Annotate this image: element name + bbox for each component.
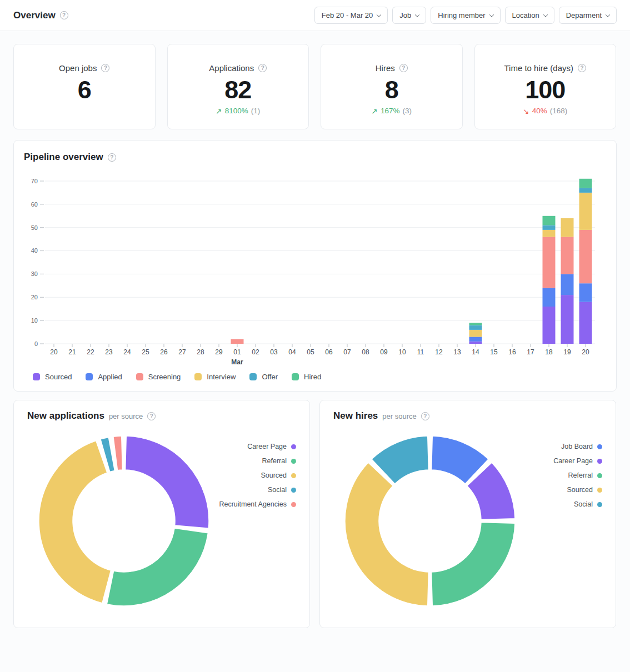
legend-dot-sourced [33,373,40,380]
svg-text:12: 12 [435,348,443,356]
svg-text:0: 0 [34,340,38,347]
filter-hiring-member-label: Hiring member [438,11,485,19]
bar-segment-sourced [579,302,592,344]
svg-text:11: 11 [417,348,424,356]
new-applications-donut-chart [38,435,210,607]
filter-department[interactable]: Deparment [559,7,617,24]
bar-day-20 [579,179,592,344]
legend-label: Career Page [553,457,593,465]
legend-dot-recruitment-agencies [291,502,296,507]
svg-text:25: 25 [142,348,149,356]
filter-date-range[interactable]: Feb 20 - Mar 20 [314,7,388,24]
svg-text:26: 26 [160,348,168,356]
trend-percent: 8100% [225,107,248,115]
svg-text:20: 20 [31,294,38,300]
bar-segment-offer [579,188,592,193]
bar-day-14 [469,323,482,344]
help-icon[interactable]: ? [399,64,408,72]
legend-item-applied: Applied [86,373,122,381]
bar-segment-applied [561,274,574,295]
new-hires-legend: Job BoardCareer PageReferralSourcedSocia… [516,443,602,607]
trend-absolute: (168) [550,107,568,115]
help-icon[interactable]: ? [101,64,109,72]
help-icon[interactable]: ? [258,64,267,72]
bar-segment-sourced [543,307,556,344]
chevron-down-icon [543,12,547,17]
legend-dot-job-board [597,444,602,449]
legend-label: Offer [262,373,278,381]
help-icon[interactable]: ? [421,412,429,420]
svg-text:40: 40 [31,247,38,254]
bar-day-19 [561,218,574,344]
donut-slice-sourced [345,463,428,606]
legend-label: Career Page [247,443,287,450]
svg-text:20: 20 [582,348,589,356]
new-applications-legend: Career PageReferralSourcedSocialRecruitm… [210,443,296,607]
svg-text:27: 27 [178,348,186,356]
trend-percent: 167% [381,107,400,115]
svg-text:13: 13 [453,348,461,356]
svg-text:29: 29 [215,348,223,356]
new-applications-card: New applications per source ? Career Pag… [13,400,310,628]
legend-dot-applied [86,373,93,380]
trend-down-icon: ↘ [523,107,529,116]
stat-label: Time to hire (days) [504,63,573,73]
new-hires-subtitle: per source [382,412,416,420]
new-hires-donut-chart [344,435,516,607]
filter-date-range-label: Feb 20 - Mar 20 [322,11,373,19]
overview-help-icon[interactable]: ? [60,11,68,19]
legend-label: Social [574,500,593,508]
donut-slice-referral [432,523,515,606]
legend-dot-hired [292,373,299,380]
legend-dot-social [597,502,602,507]
svg-text:17: 17 [527,348,534,356]
page-title: Overview [13,10,56,21]
legend-item-referral: Referral [568,472,602,479]
new-applications-subtitle: per source [109,412,143,420]
svg-text:01: 01 [233,348,241,356]
donut-slice-sourced [39,440,111,603]
filter-job[interactable]: Job [392,7,426,24]
stat-value: 8 [385,76,398,104]
legend-label: Applied [98,373,122,381]
legend-dot-screening [136,373,143,380]
bar-segment-interview [543,230,556,237]
legend-label: Interview [207,373,236,381]
bar-segment-interview [469,330,482,337]
bar-segment-hired [579,179,592,188]
legend-item-recruitment-agencies: Recruitment Agencies [219,500,296,508]
donut-chart-svg [38,435,210,607]
bar-segment-sourced [561,295,574,344]
filter-location[interactable]: Location [505,7,554,24]
help-icon[interactable]: ? [578,64,586,72]
svg-text:05: 05 [307,348,314,356]
bar-segment-screening [561,237,574,274]
legend-dot-interview [194,373,202,380]
legend-dot-sourced [291,473,296,478]
stat-value: 6 [78,76,91,104]
legend-dot-social [291,488,296,493]
svg-text:10: 10 [398,348,406,356]
trend-row: ↘ 40% (168) [523,106,567,117]
trend-absolute: (3) [402,107,412,115]
bar-segment-interview [561,218,574,237]
donut-slice-recruitment-agencies [113,436,123,470]
help-icon[interactable]: ? [108,153,116,162]
bar-segment-screening [543,237,556,288]
legend-label: Sourced [567,486,593,494]
svg-text:08: 08 [362,348,369,356]
svg-text:60: 60 [31,201,38,208]
legend-item-career-page: Career Page [247,443,296,450]
help-icon[interactable]: ? [147,412,156,420]
new-hires-card: New hires per source ? Job BoardCareer P… [319,400,616,628]
legend-label: Referral [262,457,287,465]
chevron-down-icon [415,12,419,17]
svg-text:15: 15 [490,348,498,356]
stat-value: 82 [224,76,251,104]
filter-hiring-member[interactable]: Hiring member [431,7,500,24]
svg-text:03: 03 [270,348,278,356]
trend-row: ↗ 8100% (1) [216,106,260,117]
legend-dot-career-page [597,459,602,464]
trend-percent: 40% [532,107,547,115]
legend-dot-referral [597,473,602,478]
